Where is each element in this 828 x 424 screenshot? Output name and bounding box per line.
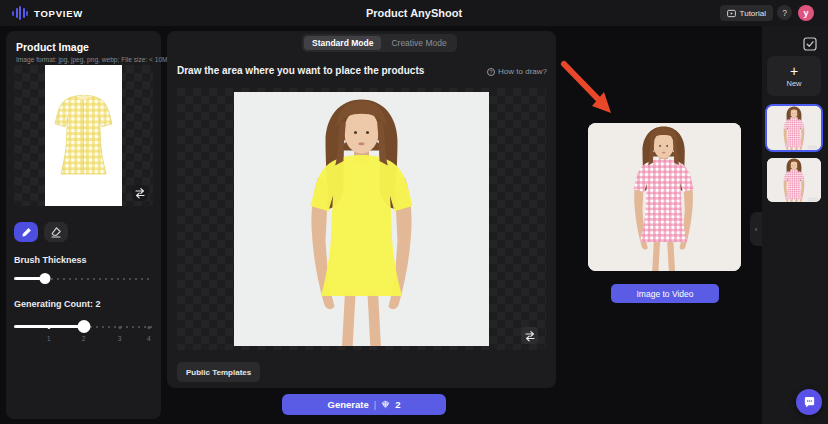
public-templates-label: Public Templates bbox=[186, 368, 251, 377]
chat-icon bbox=[803, 396, 816, 409]
tick-label-3: 3 bbox=[118, 335, 122, 342]
public-templates-button[interactable]: Public Templates bbox=[177, 362, 260, 382]
help-question-mark: ? bbox=[782, 8, 787, 18]
chat-support-button[interactable] bbox=[796, 389, 822, 415]
generating-count-label: Generating Count: 2 bbox=[14, 299, 101, 309]
eraser-icon bbox=[50, 226, 62, 238]
generation-thumbnail-1[interactable]: ... bbox=[765, 104, 823, 152]
swap-canvas-button[interactable] bbox=[521, 327, 538, 344]
product-photo bbox=[45, 65, 122, 206]
generate-divider: | bbox=[374, 399, 376, 410]
brush-thickness-label: Brush Thickness bbox=[14, 255, 87, 265]
result-pink-dress-image bbox=[588, 123, 741, 271]
product-image-title: Product Image bbox=[16, 41, 89, 53]
generation-thumbnail-2[interactable]: ... bbox=[767, 158, 821, 202]
generate-label: Generate bbox=[328, 399, 369, 410]
yellow-gingham-dress-image bbox=[45, 65, 122, 206]
tick-label-1: 1 bbox=[47, 335, 51, 342]
count-slider-thumb[interactable] bbox=[77, 320, 90, 333]
how-to-draw-label: How to draw? bbox=[498, 67, 547, 76]
count-tick-3 bbox=[118, 326, 121, 329]
page-title: Product AnyShoot bbox=[0, 7, 828, 19]
help-button[interactable]: ? bbox=[777, 5, 792, 20]
tab-creative-mode[interactable]: Creative Mode bbox=[383, 36, 454, 50]
sidebar-collapse-handle[interactable]: ‹ bbox=[750, 212, 762, 246]
brush-tool-button[interactable] bbox=[14, 222, 38, 242]
count-tick-1 bbox=[47, 326, 50, 329]
image-to-video-label: Image to Video bbox=[636, 289, 693, 299]
tutorial-label: Tutorial bbox=[740, 9, 766, 18]
credit-gem-icon bbox=[381, 400, 390, 409]
tick-label-2: 2 bbox=[82, 335, 86, 342]
mode-tabs: Standard Mode Creative Mode bbox=[302, 34, 457, 52]
new-generation-button[interactable]: + New bbox=[767, 56, 821, 96]
tutorial-icon bbox=[727, 9, 736, 18]
image-to-video-button[interactable]: Image to Video bbox=[611, 284, 719, 303]
tab-standard-mode[interactable]: Standard Mode bbox=[304, 36, 381, 50]
swap-icon bbox=[523, 329, 537, 343]
brush-thickness-slider[interactable] bbox=[14, 271, 153, 285]
generations-sidebar: + New ... ... bbox=[762, 26, 828, 424]
how-to-draw-link[interactable]: ? How to draw? bbox=[487, 67, 547, 76]
top-bar: TOPVIEW Product AnyShoot Tutorial ? y bbox=[0, 0, 828, 26]
image-format-note: Image format: jpg, jpeg, png, webp; File… bbox=[16, 56, 156, 63]
thumbnail-1-more-button[interactable]: ... bbox=[808, 141, 818, 150]
swap-product-button[interactable] bbox=[132, 185, 148, 201]
eraser-tool-button[interactable] bbox=[44, 222, 68, 242]
avatar[interactable]: y bbox=[798, 5, 814, 21]
count-tick-4 bbox=[147, 326, 150, 329]
plus-icon: + bbox=[790, 65, 798, 77]
info-icon: ? bbox=[487, 68, 495, 76]
thumbnail-2-more-button[interactable]: ... bbox=[808, 193, 818, 202]
model-with-yellow-mask-image bbox=[234, 92, 489, 346]
model-photo bbox=[234, 92, 489, 346]
new-label: New bbox=[786, 79, 801, 88]
product-image-preview[interactable] bbox=[14, 65, 153, 206]
product-image-panel: Product Image Image format: jpg, jpeg, p… bbox=[6, 31, 161, 419]
generate-credits: 2 bbox=[395, 399, 400, 410]
swap-icon bbox=[133, 186, 147, 200]
avatar-initial: y bbox=[803, 8, 808, 18]
count-tick-labels: 1 2 3 4 bbox=[14, 335, 153, 344]
tutorial-button[interactable]: Tutorial bbox=[720, 5, 773, 21]
chevron-left-icon: ‹ bbox=[755, 225, 758, 234]
brush-slider-track bbox=[45, 278, 153, 280]
product-anyshoot-app: TOPVIEW Product AnyShoot Tutorial ? y Pr… bbox=[0, 0, 828, 424]
brush-slider-thumb[interactable] bbox=[39, 273, 50, 284]
select-check-icon[interactable] bbox=[803, 37, 817, 51]
draw-instruction: Draw the area where you want to place th… bbox=[177, 65, 424, 76]
result-image[interactable] bbox=[588, 123, 741, 271]
generating-count-slider[interactable] bbox=[14, 319, 153, 333]
drawing-workspace-panel: Draw the area where you want to place th… bbox=[167, 31, 556, 388]
drawing-canvas[interactable] bbox=[177, 88, 546, 350]
brush-icon bbox=[21, 227, 32, 238]
red-arrow-annotation bbox=[558, 58, 620, 122]
generate-button[interactable]: Generate | 2 bbox=[282, 394, 446, 415]
tick-label-4: 4 bbox=[147, 335, 151, 342]
